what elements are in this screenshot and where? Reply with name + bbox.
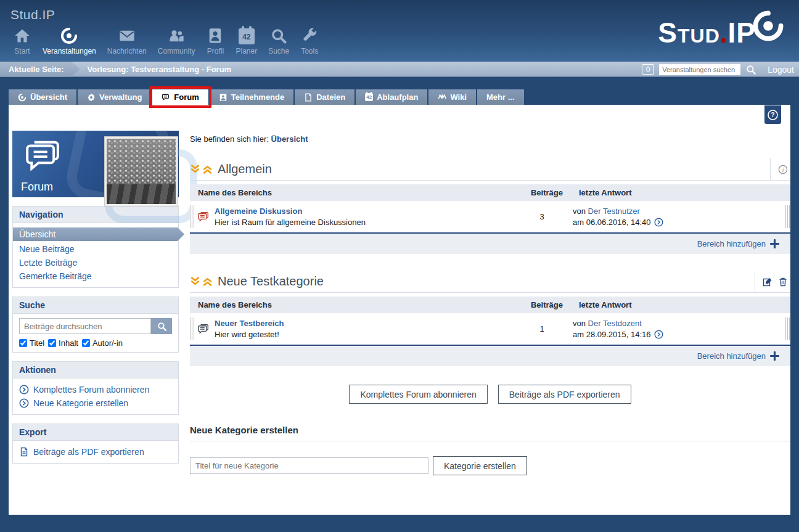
- goto-post-icon[interactable]: [654, 218, 663, 227]
- autor-checkbox[interactable]: [82, 339, 90, 347]
- course-search-input[interactable]: [659, 64, 740, 75]
- nav-item-planer[interactable]: 42 Planer: [230, 26, 263, 55]
- plus-icon[interactable]: [770, 351, 779, 361]
- export-pdf-button[interactable]: Beiträge als PDF exportieren: [498, 385, 631, 404]
- chevron-double-up-icon[interactable]: [202, 164, 213, 174]
- breadcrumb-label: Aktuelle Seite:: [0, 62, 80, 77]
- sidebar-item-gemerkte-beitraege[interactable]: Gemerkte Beiträge: [13, 269, 178, 283]
- checkbox-label: Autor/-in: [92, 338, 123, 348]
- tab-label: Ablaufplan: [377, 92, 418, 102]
- tab-label: Übersicht: [30, 92, 67, 102]
- drag-handle[interactable]: [785, 205, 790, 228]
- post-count: 3: [511, 212, 573, 221]
- drag-handle[interactable]: [785, 317, 790, 340]
- section-title: Suche: [13, 297, 178, 314]
- nav-item-nachrichten[interactable]: Nachrichten: [102, 26, 152, 55]
- chevron-double-up-icon[interactable]: [202, 276, 213, 287]
- by-label: von: [573, 207, 586, 216]
- main-navigation: Start Veranstaltungen Nachrichten Commun…: [7, 26, 324, 55]
- checkbox-autor[interactable]: Autor/-in: [82, 338, 123, 348]
- area-link[interactable]: Neuer Testbereich: [215, 319, 284, 328]
- tab-label: Mehr ...: [486, 92, 515, 102]
- area-link[interactable]: Allgemeine Diskussion: [215, 207, 366, 216]
- titel-checkbox[interactable]: [19, 339, 27, 347]
- profile-icon: [206, 26, 224, 44]
- drag-handle[interactable]: [190, 205, 195, 228]
- spiral-icon: [18, 93, 27, 102]
- nav-item-label: Nachrichten: [107, 47, 147, 55]
- studip-forum-page: Stud.IP Start Veranstaltungen Nachrichte…: [0, 0, 799, 532]
- nav-item-label: Profil: [207, 47, 224, 55]
- drag-handle[interactable]: [190, 317, 195, 340]
- tab-label: Dateien: [316, 92, 345, 102]
- sidebar-item-letzte-beitraege[interactable]: Letzte Beiträge: [13, 256, 178, 269]
- tab-verwaltung[interactable]: Verwaltung: [78, 89, 151, 105]
- search-submit-icon[interactable]: [745, 64, 756, 75]
- add-area-link[interactable]: Bereich hinzufügen: [697, 351, 766, 361]
- author-link[interactable]: Der Testnutzer: [588, 207, 640, 216]
- breadcrumb-current-page: Vorlesung: Testveranstaltung - Forum: [88, 65, 232, 74]
- checkbox-label: Titel: [30, 338, 44, 348]
- nav-item-suche[interactable]: Suche: [263, 26, 295, 55]
- logout-link[interactable]: Logout: [768, 65, 794, 75]
- last-answer-date: am 28.09.2015, 14:16: [573, 330, 651, 339]
- tab-teilnehmende[interactable]: Teilnehmende: [210, 89, 293, 105]
- community-icon: [167, 26, 186, 44]
- add-area-link[interactable]: Bereich hinzufügen: [697, 239, 766, 248]
- table-footer-row: Bereich hinzufügen: [190, 234, 790, 254]
- checkbox-titel[interactable]: Titel: [19, 338, 44, 348]
- action-neue-kategorie[interactable]: Neue Kategorie erstellen: [19, 396, 172, 410]
- new-category-title-input[interactable]: [190, 457, 428, 474]
- author-link[interactable]: Der Testdozent: [588, 319, 642, 328]
- table-header-row: Name des Bereichs Beiträge letzte Antwor…: [190, 184, 790, 201]
- trash-icon[interactable]: [778, 277, 788, 287]
- goto-post-icon[interactable]: [654, 330, 663, 339]
- location-link-uebersicht[interactable]: Übersicht: [271, 134, 308, 144]
- person-card-icon: [219, 93, 227, 102]
- sidebar-item-uebersicht[interactable]: Übersicht: [13, 227, 184, 241]
- tab-wiki[interactable]: Wiki: [428, 89, 476, 105]
- nav-item-tools[interactable]: Tools: [295, 26, 324, 55]
- search-counter-badge: 0: [642, 64, 654, 75]
- export-pdf-link[interactable]: Beiträge als PDF exportieren: [19, 445, 172, 459]
- calendar-icon: 42: [365, 93, 373, 101]
- column-header-last: letzte Antwort: [578, 300, 790, 309]
- nav-item-profil[interactable]: Profil: [200, 26, 230, 55]
- export-label: Beiträge als PDF exportieren: [33, 447, 144, 457]
- tab-dateien[interactable]: Dateien: [295, 89, 354, 105]
- category-collapse-controls: [190, 164, 213, 174]
- nav-item-label: Community: [158, 47, 195, 55]
- chevron-double-down-icon[interactable]: [190, 276, 200, 287]
- tab-ablaufplan[interactable]: 42 Ablaufplan: [356, 89, 427, 105]
- inhalt-checkbox[interactable]: [48, 339, 56, 347]
- tab-forum[interactable]: Forum: [152, 89, 208, 105]
- create-category-button[interactable]: Kategorie erstellen: [433, 456, 527, 475]
- sidebar-item-neue-beitraege[interactable]: Neue Beiträge: [13, 242, 178, 256]
- top-header: Stud.IP Start Veranstaltungen Nachrichte…: [0, 0, 799, 62]
- forum-search-button[interactable]: [151, 318, 172, 334]
- chevron-double-down-icon[interactable]: [190, 164, 200, 174]
- plus-icon[interactable]: [770, 239, 779, 248]
- table-row: Neuer Testbereich Hier wird getestet! 1 …: [190, 313, 790, 346]
- bottom-buttons: Komplettes Forum abonnieren Beiträge als…: [190, 385, 790, 404]
- last-answer-cell: von Der Testnutzer am 06.06.2016, 14:40: [573, 207, 785, 227]
- subscribe-forum-button[interactable]: Komplettes Forum abonnieren: [349, 385, 487, 404]
- nav-item-start[interactable]: Start: [7, 26, 37, 55]
- seminar-spiral-icon: [60, 26, 78, 44]
- edit-icon[interactable]: [763, 277, 772, 287]
- tab-mehr[interactable]: Mehr ...: [477, 89, 524, 105]
- pdf-file-icon: [19, 447, 29, 457]
- action-abonnieren[interactable]: Komplettes Forum abonnieren: [19, 383, 172, 396]
- forum-search-input[interactable]: [19, 318, 151, 334]
- logo-spiral-icon: [752, 10, 784, 42]
- tab-uebersicht[interactable]: Übersicht: [9, 89, 76, 105]
- checkbox-inhalt[interactable]: Inhalt: [48, 338, 78, 348]
- home-icon: [13, 26, 31, 44]
- info-icon[interactable]: i: [778, 165, 788, 174]
- studip-logo: Stud.IP: [658, 18, 784, 47]
- help-button[interactable]: ?: [764, 105, 781, 124]
- by-label: von: [573, 319, 586, 328]
- forum-areas-table: Name des Bereichs Beiträge letzte Antwor…: [190, 297, 790, 366]
- nav-item-veranstaltungen[interactable]: Veranstaltungen: [37, 26, 102, 55]
- nav-item-community[interactable]: Community: [152, 26, 201, 55]
